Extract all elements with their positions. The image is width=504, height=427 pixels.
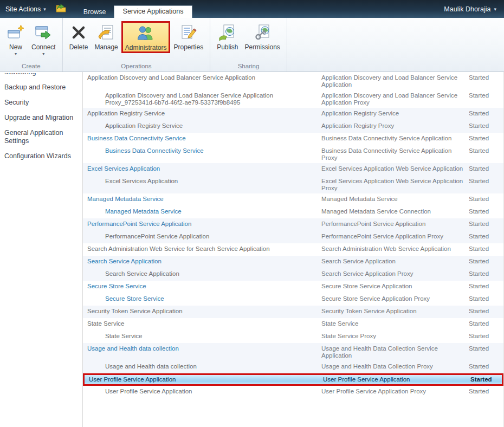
sidebar-item-label: Monitoring	[4, 73, 79, 76]
status-badge: Started	[463, 92, 503, 99]
status-badge: Started	[463, 320, 503, 327]
new-window-icon	[7, 23, 25, 42]
button-label: Delete	[69, 43, 88, 51]
table-row[interactable]: Search Administration Web Service for Se…	[83, 243, 503, 256]
table-row[interactable]: Usage and Health data collectionUsage an…	[83, 343, 503, 361]
service-name-link[interactable]: Managed Metadata Service	[83, 196, 321, 203]
folder-up-icon	[56, 4, 66, 15]
tab-browse[interactable]: Browse	[76, 7, 114, 18]
left-navigation: MonitoringBackup and RestoreSecurityUpgr…	[0, 72, 83, 427]
button-label: Permissions	[245, 43, 280, 51]
connect-button[interactable]: Connect▾	[28, 21, 59, 57]
service-type: Managed Metadata Service Connection	[321, 208, 463, 215]
table-row[interactable]: Search Service ApplicationSearch Service…	[83, 256, 503, 268]
table-row[interactable]: Secure Store ServiceSecure Store Service…	[83, 293, 503, 306]
table-row[interactable]: Usage and Health data collectionUsage an…	[83, 361, 503, 373]
chevron-down-icon: ▾	[494, 7, 496, 12]
table-row[interactable]: Search Service ApplicationSearch Service…	[83, 268, 503, 281]
navigate-up-button[interactable]	[51, 0, 70, 18]
ribbon-group-create: New▾Connect▾Create	[0, 18, 63, 72]
table-row[interactable]: Business Data Connectivity ServiceBusine…	[83, 133, 503, 145]
service-name-link[interactable]: Usage and Health data collection	[83, 345, 321, 352]
service-type: Security Token Service Application	[321, 308, 463, 315]
status-badge: Started	[463, 165, 503, 172]
table-row[interactable]: Application Discovery and Load Balancer …	[83, 72, 503, 90]
service-type: Application Discovery and Load Balancer …	[321, 74, 463, 88]
sidebar-item-label: Security	[4, 99, 29, 106]
table-row[interactable]: Application Discovery and Load Balancer …	[83, 90, 503, 108]
service-name: Application Registry Service	[83, 110, 321, 117]
table-row[interactable]: State ServiceState ServiceStarted	[83, 318, 503, 331]
status-badge: Started	[463, 333, 503, 340]
new-button[interactable]: New▾	[3, 21, 28, 57]
table-row[interactable]: Application Registry ServiceApplication …	[83, 108, 503, 120]
service-type: Excel Services Application Web Service A…	[321, 165, 463, 172]
status-badge: Started	[463, 345, 503, 352]
table-row[interactable]: Excel Services ApplicationExcel Services…	[83, 163, 503, 176]
button-label: New	[9, 43, 22, 51]
service-name-link[interactable]: Business Data Connectivity Service	[83, 135, 321, 142]
button-label: Manage	[94, 43, 118, 51]
site-actions-menu[interactable]: Site Actions ▾	[0, 0, 51, 18]
status-badge: Started	[463, 258, 503, 265]
table-row[interactable]: PerformancePoint Service ApplicationPerf…	[83, 218, 503, 231]
button-label: Administrators	[125, 44, 167, 51]
service-name: Application Discovery and Load Balancer …	[83, 92, 321, 106]
sidebar-item-monitoring[interactable]: Monitoring	[4, 73, 79, 76]
table-row-selected[interactable]: User Profile Service ApplicationUser Pro…	[83, 373, 503, 386]
service-name-link[interactable]: Managed Metadata Service	[83, 208, 321, 215]
service-name-link[interactable]: Secure Store Service	[83, 283, 321, 290]
sidebar-item-configuration-wizards[interactable]: Configuration Wizards	[4, 152, 79, 160]
sidebar-item-general-application-settings[interactable]: General Application Settings	[4, 129, 79, 145]
service-name: PerformancePoint Service Application	[83, 233, 321, 240]
sidebar-item-backup-and-restore[interactable]: Backup and Restore	[4, 83, 79, 92]
table-row[interactable]: Managed Metadata ServiceManaged Metadata…	[83, 206, 503, 218]
service-name-link[interactable]: PerformancePoint Service Application	[83, 221, 321, 228]
service-type: Business Data Connectivity Service Appli…	[321, 135, 463, 142]
service-name: Security Token Service Application	[83, 308, 321, 315]
service-name-link[interactable]: Business Data Connectivity Service	[83, 147, 321, 154]
status-badge: Started	[463, 178, 503, 185]
service-name-link[interactable]: Secure Store Service	[83, 295, 321, 302]
service-name: User Profile Service Application	[83, 388, 321, 395]
table-row[interactable]: Secure Store ServiceSecure Store Service…	[83, 281, 503, 293]
service-type: Managed Metadata Service	[321, 196, 463, 203]
status-badge: Started	[463, 283, 503, 290]
delete-button[interactable]: Delete	[66, 21, 92, 52]
publish-button[interactable]: Publish	[214, 21, 241, 52]
properties-pencil-icon	[179, 23, 198, 42]
sidebar-item-label: Configuration Wizards	[4, 152, 71, 160]
service-type: Search Administration Web Service Applic…	[321, 245, 463, 253]
status-badge: Started	[463, 295, 503, 302]
table-row[interactable]: State ServiceState Service ProxyStarted	[83, 331, 503, 343]
service-name-link[interactable]: Excel Services Application	[83, 165, 321, 172]
status-badge: Started	[463, 122, 503, 130]
permissions-button[interactable]: Permissions	[242, 21, 283, 52]
table-row[interactable]: Security Token Service ApplicationSecuri…	[83, 306, 503, 318]
table-row[interactable]: Managed Metadata ServiceManaged Metadata…	[83, 193, 503, 206]
user-name: Maulik Dhorajia	[444, 5, 490, 13]
service-name[interactable]: User Profile Service Application	[85, 376, 323, 383]
manage-button[interactable]: Manage	[91, 21, 121, 52]
table-row[interactable]: PerformancePoint Service ApplicationPerf…	[83, 231, 503, 243]
service-name: State Service	[83, 333, 321, 340]
user-menu[interactable]: Maulik Dhorajia ▾	[444, 0, 496, 18]
service-applications-table: Application Discovery and Load Balancer …	[83, 72, 504, 427]
service-type: Secure Store Service Application Proxy	[321, 295, 463, 302]
table-row[interactable]: User Profile Service ApplicationUser Pro…	[83, 386, 503, 398]
table-row[interactable]: Application Registry ServiceApplication …	[83, 120, 503, 133]
sidebar-item-upgrade-and-migration[interactable]: Upgrade and Migration	[4, 114, 79, 122]
status-badge: Started	[463, 74, 503, 81]
chevron-down-icon: ▾	[43, 7, 46, 12]
service-name: Application Registry Service	[83, 122, 321, 130]
properties-button[interactable]: Properties	[170, 21, 206, 52]
ribbon-group-buttons: PublishPermissions	[211, 18, 286, 62]
table-row[interactable]: Business Data Connectivity ServiceBusine…	[83, 145, 503, 163]
service-type: Application Discovery and Load Balancer …	[321, 92, 463, 106]
administrators-button[interactable]: Administrators	[121, 21, 171, 53]
manage-hand-icon	[97, 23, 115, 42]
table-row[interactable]: Excel Services ApplicationExcel Services…	[83, 176, 503, 193]
sidebar-item-security[interactable]: Security	[4, 99, 79, 107]
tab-service-applications[interactable]: Service Applications	[114, 5, 193, 18]
service-name-link[interactable]: Search Service Application	[83, 258, 321, 265]
